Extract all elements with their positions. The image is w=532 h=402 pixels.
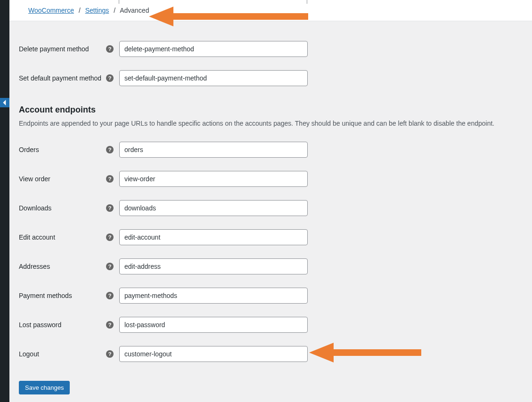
field-label: Downloads [19,204,106,212]
lost-password-input[interactable] [119,317,308,333]
downloads-input[interactable] [119,200,308,216]
addresses-input[interactable] [119,258,308,274]
cutoff-input[interactable] [119,0,307,4]
cutoff-previous-field [119,0,307,4]
edit-account-input[interactable] [119,229,308,245]
field-label: Lost password [19,321,106,329]
orders-input[interactable] [119,142,308,158]
help-icon[interactable]: ? [106,45,114,53]
breadcrumb-settings[interactable]: Settings [85,7,109,14]
payment-methods-input[interactable] [119,288,308,304]
help-icon[interactable]: ? [106,292,114,299]
help-icon[interactable]: ? [106,350,114,358]
set-default-payment-method-input[interactable] [119,70,308,86]
field-label: Logout [19,350,106,358]
delete-payment-method-input[interactable] [119,41,308,57]
field-label: View order [19,175,106,183]
sidebar-indicator-icon [0,98,9,107]
help-icon[interactable]: ? [106,74,114,82]
field-label: Delete payment method [19,45,106,53]
help-icon[interactable]: ? [106,146,114,153]
save-changes-button[interactable]: Save changes [19,381,70,394]
section-description: Endpoints are appended to your page URLs… [19,119,523,129]
help-icon[interactable]: ? [106,321,114,329]
view-order-input[interactable] [119,171,308,187]
breadcrumb-woocommerce[interactable]: WooCommerce [28,7,74,14]
breadcrumb: WooCommerce / Settings / Advanced [28,7,149,14]
section-heading: Account endpoints [19,105,523,115]
field-label: Edit account [19,233,106,241]
help-icon[interactable]: ? [106,263,114,270]
help-icon[interactable]: ? [106,204,114,212]
breadcrumb-current: Advanced [120,7,149,14]
field-label: Payment methods [19,291,106,300]
help-icon[interactable]: ? [106,233,114,241]
logout-input[interactable] [119,346,308,362]
admin-sidebar-collapsed[interactable] [0,0,9,402]
field-label: Addresses [19,262,106,271]
field-label: Orders [19,145,106,154]
help-icon[interactable]: ? [106,175,114,183]
field-label: Set default payment method [19,74,106,82]
